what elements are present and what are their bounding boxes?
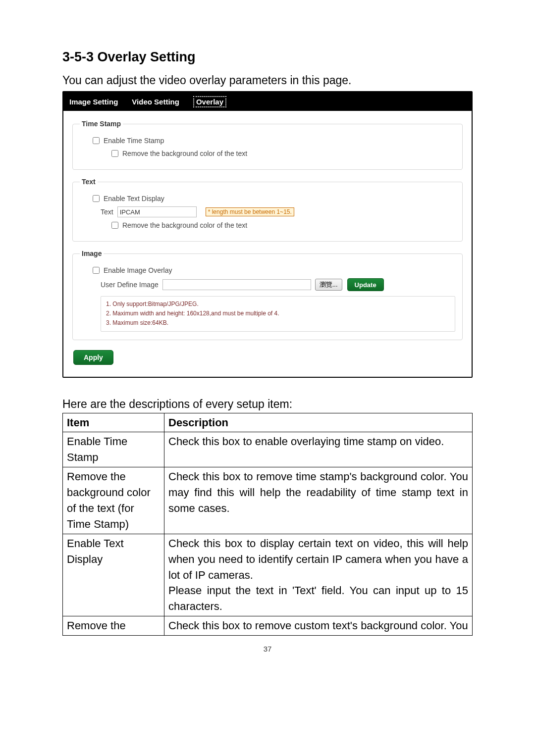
section-heading: 3-5-3 Overlay Setting [62, 50, 473, 65]
tab-video-setting[interactable]: Video Setting [132, 92, 179, 111]
user-define-image-label: User Define Image [101, 281, 159, 289]
time-stamp-group: Time Stamp Enable Time Stamp Remove the … [72, 120, 463, 170]
group-legend: Time Stamp [80, 120, 123, 128]
table-row: Enable Time Stamp Check this box to enab… [63, 432, 473, 467]
group-legend: Text [80, 178, 98, 186]
table-row: Remove the Check this box to remove cust… [63, 616, 473, 636]
tab-label: Video Setting [132, 98, 179, 106]
group-legend: Image [80, 250, 104, 257]
tab-label: Overlay [193, 96, 226, 107]
table-cell: Enable Text Display [63, 534, 164, 616]
image-group: Image Enable Image Overlay User Define I… [72, 250, 463, 340]
enable-image-overlay-checkbox[interactable] [93, 267, 100, 274]
table-caption: Here are the descriptions of every setup… [62, 398, 473, 411]
text-input[interactable] [117, 206, 197, 217]
user-define-image-path[interactable] [162, 279, 311, 290]
tabs-bar: Image Setting Video Setting Overlay [63, 92, 472, 111]
page-number: 37 [62, 645, 473, 653]
button-label: 瀏覽... [320, 280, 338, 289]
table-cell: Check this box to remove time stamp's ba… [164, 467, 473, 534]
tab-image-setting[interactable]: Image Setting [69, 92, 118, 111]
button-label: Update [355, 281, 376, 289]
note-line: 2. Maximum width and height: 160x128,and… [106, 309, 450, 318]
table-cell-line: Check this box to display certain text o… [168, 536, 468, 583]
enable-text-display-checkbox[interactable] [93, 195, 100, 202]
checkbox-label: Remove the background color of the text [122, 150, 247, 157]
note-line: 3. Maximum size:64KB. [106, 318, 450, 328]
checkbox-label: Enable Text Display [104, 195, 164, 202]
table-cell: Check this box to display certain text o… [164, 534, 473, 616]
table-cell-line: Please input the text in 'Text' field. Y… [168, 583, 468, 614]
table-cell: Remove the [63, 616, 164, 636]
text-field-label: Text [101, 208, 113, 216]
table-row: Enable Text Display Check this box to di… [63, 534, 473, 616]
table-row: Remove the background color of the text … [63, 467, 473, 534]
apply-button[interactable]: Apply [73, 350, 113, 365]
table-header-description: Description [164, 413, 473, 432]
text-hint: * length must be between 1~15. [206, 207, 294, 216]
table-cell: Enable Time Stamp [63, 432, 164, 467]
tab-overlay[interactable]: Overlay [193, 92, 226, 111]
table-header-item: Item [63, 413, 164, 432]
enable-time-stamp-checkbox[interactable] [93, 137, 100, 144]
table-cell: Check this box to enable overlaying time… [164, 432, 473, 467]
checkbox-label: Remove the background color of the text [122, 221, 247, 229]
remove-bg-timestamp-checkbox[interactable] [111, 150, 118, 157]
checkbox-label: Enable Time Stamp [104, 137, 164, 145]
note-line: 1. Only support:Bitmap/JPG/JPEG. [106, 300, 450, 309]
table-cell: Check this box to remove custom text's b… [164, 616, 473, 636]
update-button[interactable]: Update [347, 278, 384, 291]
tab-label: Image Setting [69, 98, 118, 106]
image-notes: 1. Only support:Bitmap/JPG/JPEG. 2. Maxi… [101, 296, 455, 332]
remove-bg-text-checkbox[interactable] [111, 222, 118, 229]
text-group: Text Enable Text Display Text * length m… [72, 178, 463, 242]
checkbox-label: Enable Image Overlay [104, 266, 172, 274]
description-table: Item Description Enable Time Stamp Check… [62, 413, 473, 636]
table-cell: Remove the background color of the text … [63, 467, 164, 534]
browse-button[interactable]: 瀏覽... [315, 279, 342, 291]
button-label: Apply [84, 353, 103, 361]
intro-text: You can adjust the video overlay paramet… [62, 74, 473, 87]
overlay-settings-panel: Image Setting Video Setting Overlay Time… [62, 91, 473, 378]
